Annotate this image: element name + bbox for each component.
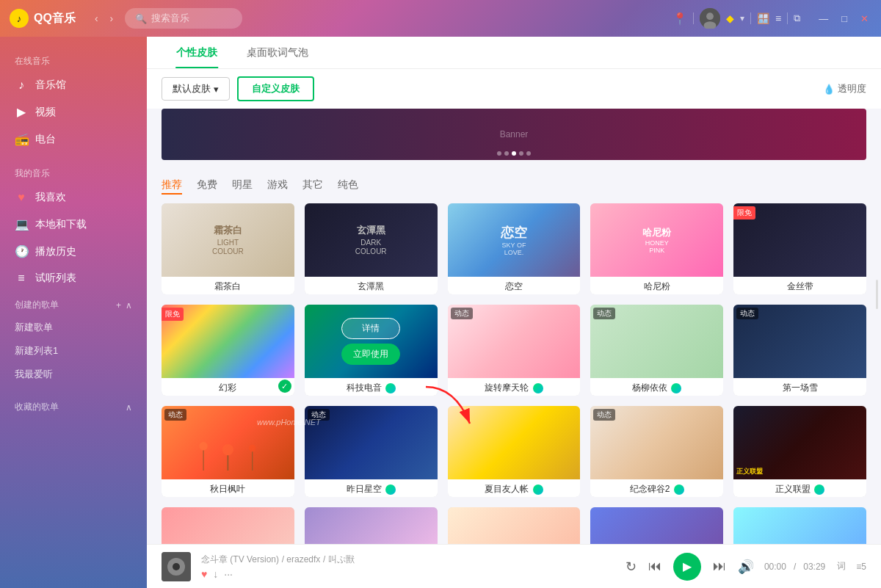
like-button[interactable]: ♥ bbox=[201, 568, 207, 580]
skin-card-xia-mu[interactable]: 夏目友人帐 bbox=[448, 406, 581, 497]
skin-card-qiu-ri[interactable]: 动态 秋日枫叶 bbox=[162, 406, 294, 497]
skin-card-di-yi-chang-xue[interactable]: 动态 第一场雪 bbox=[733, 305, 866, 396]
sidebar-item-music-hall[interactable]: ♪ 音乐馆 bbox=[0, 72, 147, 98]
sidebar-item-favorites[interactable]: ♥ 我喜欢 bbox=[0, 184, 147, 211]
skin-thumb-ke-ji-dian-yin: 详情 立即使用 bbox=[305, 305, 438, 378]
skin-card-zheng-yi[interactable]: 正义联盟 正义联盟 bbox=[733, 406, 866, 497]
user-avatar[interactable] bbox=[700, 8, 720, 29]
heart-icon: ♥ bbox=[15, 191, 28, 204]
collapse-collected-button[interactable]: ∧ bbox=[126, 402, 132, 413]
skin-thumb-extra1 bbox=[162, 507, 294, 544]
skin-card-yang-liu[interactable]: 动态 杨柳依依 bbox=[590, 305, 723, 396]
skin-card-extra1[interactable] bbox=[162, 507, 294, 544]
banner-dot-4[interactable] bbox=[519, 151, 523, 156]
tab-desktop-lyrics[interactable]: 桌面歌词气泡 bbox=[232, 37, 323, 68]
banner-dot-3[interactable] bbox=[512, 151, 516, 156]
title-bar: ♪ QQ音乐 ‹ › 🔍 搜索音乐 📍 ◆ ▾ 🪟 ≡ ⧉ — □ ✕ bbox=[0, 0, 881, 37]
banner-dot-5[interactable] bbox=[526, 151, 531, 156]
next-button[interactable]: ⏭ bbox=[713, 559, 726, 574]
prev-button[interactable]: ⏮ bbox=[648, 559, 661, 574]
search-icon: 🔍 bbox=[135, 13, 147, 24]
skin-card-shuang-cha-bai[interactable]: 霜茶白 LIGHTCOLOUR 霜茶白 bbox=[162, 203, 294, 294]
playlist-new-list1[interactable]: 新建列表1 bbox=[0, 339, 147, 363]
qq-music-logo-icon: ♪ bbox=[9, 8, 29, 29]
minimize-button[interactable]: — bbox=[815, 12, 832, 26]
queue-count[interactable]: ≡5 bbox=[856, 562, 866, 572]
vip-badge-zheng-yi bbox=[814, 484, 824, 495]
playlist-new[interactable]: 新建歌单 bbox=[0, 316, 147, 339]
skin-thumb-shuang-cha-bai: 霜茶白 LIGHTCOLOUR bbox=[162, 203, 294, 277]
filter-tab-star[interactable]: 明星 bbox=[232, 178, 253, 195]
filter-tab-recommend[interactable]: 推荐 bbox=[162, 178, 182, 195]
search-bar[interactable]: 🔍 搜索音乐 bbox=[125, 8, 242, 29]
filter-tab-pure[interactable]: 纯色 bbox=[338, 178, 358, 195]
badge-limited-free: 限免 bbox=[733, 206, 755, 219]
sub-toolbar: 默认皮肤 ▾ 自定义皮肤 💧 透明度 bbox=[147, 69, 881, 109]
skin-icon[interactable]: 🪟 bbox=[757, 12, 769, 24]
sidebar-item-history[interactable]: 🕐 播放历史 bbox=[0, 238, 147, 265]
skin-card-extra4[interactable] bbox=[590, 507, 723, 544]
svg-point-7 bbox=[199, 442, 207, 450]
vip-badge-ji-nian bbox=[674, 484, 684, 495]
filter-tabs: 推荐 免费 明星 游戏 其它 纯色 bbox=[162, 171, 866, 203]
player-action-icons: ♥ ↓ ··· bbox=[201, 568, 615, 580]
filter-tab-game[interactable]: 游戏 bbox=[267, 178, 288, 195]
use-now-button[interactable]: 立即使用 bbox=[341, 344, 400, 365]
restore-icon[interactable]: ⧉ bbox=[794, 12, 800, 24]
skin-name-zuo-ri: 昨日星空 bbox=[305, 479, 438, 497]
skin-card-xuan-zhuan[interactable]: 动态 旋转摩天轮 bbox=[448, 305, 581, 396]
skin-card-huan-cai[interactable]: 限免 ✓ 幻彩 bbox=[162, 305, 294, 396]
vip-badge-yang-liu bbox=[671, 383, 681, 393]
banner-dot-2[interactable] bbox=[504, 151, 509, 156]
loop-button[interactable]: ↻ bbox=[626, 559, 637, 575]
lyrics-label[interactable]: 词 bbox=[837, 560, 846, 573]
tab-personality-skin[interactable]: 个性皮肤 bbox=[162, 37, 232, 68]
player-title: 念斗章 (TV Version) / erazedfx / 叫ぷ獸 bbox=[201, 553, 615, 566]
banner-image: Banner bbox=[500, 129, 529, 139]
badge-dynamic-xue: 动态 bbox=[736, 308, 758, 319]
sidebar-item-try-list[interactable]: ≡ 试听列表 bbox=[0, 265, 147, 291]
skin-thumb-extra4 bbox=[590, 507, 723, 544]
custom-skin-button[interactable]: 自定义皮肤 bbox=[237, 76, 314, 101]
skin-card-extra5[interactable] bbox=[733, 507, 866, 544]
skin-name-ha-ni-fen: 哈尼粉 bbox=[590, 277, 723, 294]
skin-card-lian-kong[interactable]: 恋空 SKY OFLOVE. 恋空 bbox=[448, 203, 581, 294]
sidebar-label-try-list: 试听列表 bbox=[35, 272, 76, 285]
banner-dot-1[interactable] bbox=[497, 151, 501, 156]
skin-card-ji-nian[interactable]: 动态 纪念碑谷2 bbox=[590, 406, 723, 497]
close-button[interactable]: ✕ bbox=[857, 12, 872, 26]
skin-card-jin-si-dai[interactable]: 限免 金丝带 bbox=[733, 203, 866, 294]
play-button[interactable]: ▶ bbox=[673, 553, 701, 581]
default-skin-button[interactable]: 默认皮肤 ▾ bbox=[162, 77, 230, 101]
skin-card-ha-ni-fen[interactable]: 哈尼粉 HONEYPINK 哈尼粉 bbox=[590, 203, 723, 294]
sidebar-item-video[interactable]: ▶ 视频 bbox=[0, 98, 147, 126]
volume-button[interactable]: 🔊 bbox=[738, 559, 754, 575]
skin-card-zuo-ri[interactable]: 动态 昨日星空 bbox=[305, 406, 438, 497]
transparency-control[interactable]: 💧 透明度 bbox=[823, 82, 866, 95]
skin-card-xuan-tan-hei[interactable]: 玄潭黑 DARKCOLOUR 玄潭黑 bbox=[305, 203, 438, 294]
detail-button[interactable]: 详情 bbox=[341, 318, 400, 339]
created-playlists-header: 创建的歌单 + ∧ bbox=[0, 291, 147, 316]
time-separator: / bbox=[794, 562, 796, 572]
playlist-my-favorites[interactable]: 我最爱听 bbox=[0, 363, 147, 386]
skin-card-extra2[interactable] bbox=[305, 507, 438, 544]
vip-diamond-icon[interactable]: ◆ bbox=[726, 12, 734, 24]
nav-forward-button[interactable]: › bbox=[106, 10, 118, 27]
nav-back-button[interactable]: ‹ bbox=[90, 10, 103, 27]
add-playlist-button[interactable]: + bbox=[116, 300, 121, 311]
maximize-button[interactable]: □ bbox=[838, 12, 851, 26]
skin-card-ke-ji-dian-yin[interactable]: 详情 立即使用 科技电音 bbox=[305, 305, 438, 396]
collapse-button[interactable]: ∧ bbox=[126, 300, 132, 311]
chevron-down-icon[interactable]: ▾ bbox=[740, 13, 744, 23]
sidebar-item-local-download[interactable]: 💻 本地和下载 bbox=[0, 211, 147, 238]
filter-tab-free[interactable]: 免费 bbox=[197, 178, 217, 195]
skin-card-extra3[interactable] bbox=[448, 507, 581, 544]
menu-icon[interactable]: ≡ bbox=[775, 12, 781, 24]
skin-thumb-extra5 bbox=[733, 507, 866, 544]
sidebar-item-radio[interactable]: 📻 电台 bbox=[0, 126, 147, 153]
filter-tab-other[interactable]: 其它 bbox=[302, 178, 323, 195]
download-button[interactable]: ↓ bbox=[213, 568, 218, 580]
more-button[interactable]: ··· bbox=[224, 568, 233, 580]
location-icon[interactable]: 📍 bbox=[672, 12, 687, 26]
transparency-icon: 💧 bbox=[823, 84, 835, 95]
